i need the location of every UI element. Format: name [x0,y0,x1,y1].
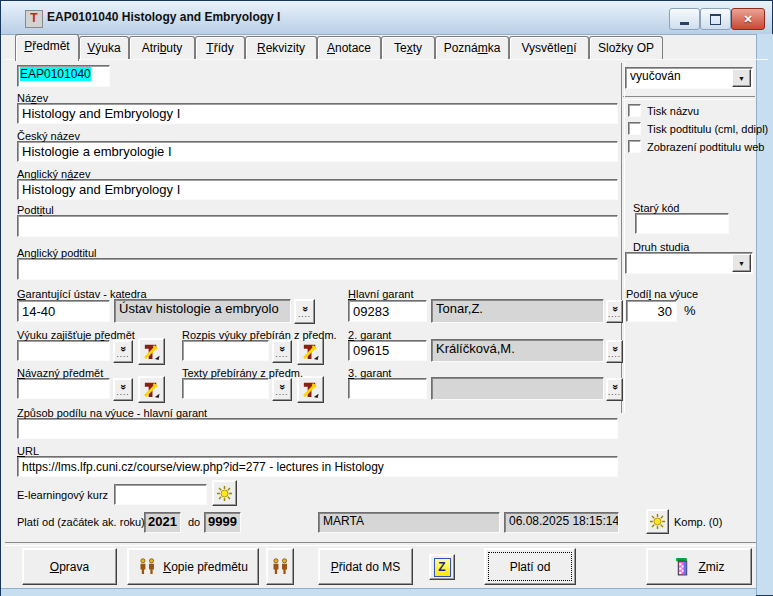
ustav-code-input[interactable] [17,300,110,322]
tab-rekvizity[interactable]: Rekvizity [245,36,317,60]
tab-texty[interactable]: Texty [381,36,435,60]
nazev-input[interactable] [17,103,618,124]
timestamp-field: 06.08.2025 18:15:14 [504,512,619,533]
rozpis-input[interactable] [182,340,269,361]
cesky-nazev-input[interactable] [17,141,618,162]
tab-atributy[interactable]: Atributy [129,36,195,60]
checkbox-tisk-nazvu[interactable] [628,104,641,117]
course-tool-icon [301,342,320,361]
persons-button[interactable] [266,548,294,585]
texty-prebirany-input[interactable] [182,378,269,399]
garant3-code-input[interactable] [348,378,427,399]
stary-kod-input[interactable] [635,213,729,234]
tab-vyuka[interactable]: Výuka [79,36,129,60]
tab-anotace[interactable]: Anotace [317,36,381,60]
elearning-label: E-learningový kurz [17,489,108,501]
titlebar[interactable]: T EAP0101040 Histology and Embryology I … [1,1,772,35]
status-select[interactable]: vyučován ▼ [625,67,753,89]
minimize-icon [680,22,689,25]
minimize-button[interactable] [669,8,700,30]
cesky-nazev-label: Český název [17,130,80,142]
anglicky-nazev-input[interactable] [17,179,618,200]
navazny-input[interactable] [17,378,110,399]
ustav-name-field: Ústav histologie a embryolo [114,299,291,323]
valid-from-field: 2021 [144,512,181,533]
list-of-values-icon: » [279,384,285,390]
oprava-button[interactable]: Oprava [22,548,117,585]
status-value: vyučován [630,69,681,83]
podil-unit: % [684,303,696,318]
vyuku-zajistuje-goto-button[interactable] [138,338,165,365]
anglicky-podtitul-label: Anglický podtitul [17,247,97,259]
url-input[interactable] [17,456,618,477]
course-tool-icon [142,380,161,399]
garant2-label: 2. garant [348,329,391,341]
kopie-predmetu-button[interactable]: Kopie předmětu [127,548,259,585]
garant3-lov-button[interactable]: ».... [606,378,623,401]
ustav-label: Garantující ústav - katedra [17,288,147,300]
navazny-goto-button[interactable] [138,376,165,403]
rozpis-label: Rozpis výuky přebírán z předm. [182,329,337,341]
rozpis-goto-button[interactable] [297,338,324,365]
tab-poznamka[interactable]: Poznámka [435,36,509,60]
nazev-label: Název [17,92,48,104]
zmiz-button[interactable]: Zmiz [646,548,752,585]
ustav-lov-button[interactable]: ».... [294,299,315,324]
texty-prebirany-goto-button[interactable] [297,376,324,403]
kopie-button-label: Kopie předmětu [163,560,248,574]
course-code-field[interactable]: EAP0101040 [17,65,110,87]
sun-icon [216,485,233,502]
close-button[interactable]: ✕ [731,8,765,30]
app-icon: T [25,10,43,28]
plati-od-button[interactable]: Platí od [484,548,576,585]
garant2-lov-button[interactable]: ».... [606,340,623,363]
hlavni-garant-label: Hlavní garant [348,288,413,300]
do-label: do [188,516,200,528]
druh-studia-select[interactable]: ▼ [625,252,753,274]
exit-door-icon [673,557,692,576]
list-of-values-icon: » [279,346,285,352]
garant2-code-input[interactable] [348,340,427,361]
garant2-name-field: Králíčková,M. [431,339,604,362]
komp-compile-button[interactable] [646,509,669,534]
anglicky-podtitul-input[interactable] [17,258,618,280]
tab-slozky-op[interactable]: Složky OP [589,36,663,60]
hlavni-garant-lov-button[interactable]: ».... [606,300,623,323]
tab-vysvetleni[interactable]: Vysvětlení [509,36,589,60]
texty-prebirany-lov-button[interactable]: ».... [272,378,292,401]
z-button[interactable]: Z [429,554,455,580]
hlavni-garant-code-input[interactable] [348,300,427,322]
checkbox-zobrazeni-podtitulu[interactable] [628,140,641,153]
rozpis-lov-button[interactable]: ».... [272,340,292,363]
tab-tridy[interactable]: Třídy [195,36,245,60]
lov-dots-icon: .... [608,313,621,317]
zpusob-podilu-label: Způsob podílu na výuce - hlavní garant [17,407,207,419]
checkbox-tisk-podtitulu[interactable] [628,122,641,135]
elearning-input[interactable] [114,484,207,505]
tab-predmet[interactable]: Předmět [15,34,79,61]
chevron-down-icon[interactable]: ▼ [732,254,751,272]
podil-label: Podíl na výuce [626,288,698,300]
sun-icon [649,513,666,530]
checkbox-zobrazeni-podtitulu-label: Zobrazení podtitulu web [647,141,764,153]
anglicky-nazev-label: Anglický název [17,168,90,180]
vyuku-zajistuje-lov-button[interactable]: ».... [113,340,133,363]
oprava-button-label: Oprava [50,560,89,574]
podtitul-input[interactable] [17,215,618,237]
pridat-do-ms-button[interactable]: Přidat do MS [318,548,413,585]
window-bottom-border [1,588,756,596]
podil-input[interactable] [626,300,677,322]
elearning-compile-button[interactable] [212,480,237,506]
komp-label: Komp. (0) [674,516,722,528]
chevron-down-icon[interactable]: ▼ [732,69,751,87]
garant3-label: 3. garant [348,367,391,379]
navazny-lov-button[interactable]: ».... [113,378,133,401]
lov-dots-icon: .... [608,391,621,395]
window-right-border [756,34,773,595]
checkbox-tisk-nazvu-label: Tisk názvu [647,105,699,117]
vyuku-zajistuje-input[interactable] [17,340,110,361]
list-of-values-icon: » [120,384,126,390]
maximize-button[interactable] [700,8,731,30]
zpusob-podilu-input[interactable] [17,418,618,439]
zmiz-button-label: Zmiz [698,560,724,574]
